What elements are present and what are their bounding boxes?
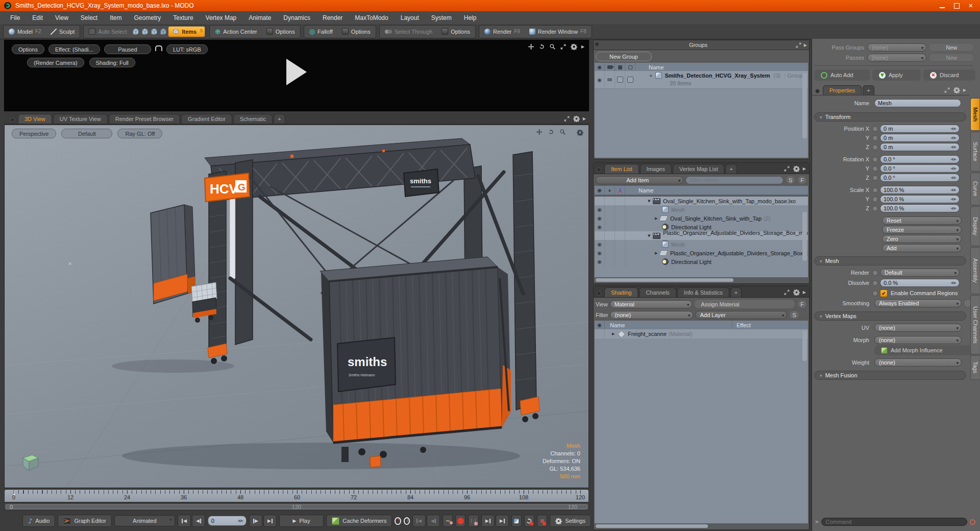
tab-add-button[interactable]: + <box>863 85 874 95</box>
preview-options-button[interactable]: Options <box>12 44 44 54</box>
menu-maxtomodo[interactable]: MaxToModo <box>349 14 394 21</box>
morph-dropdown[interactable]: (none) <box>874 336 962 344</box>
preview-camera-button[interactable]: (Render Camera) <box>27 58 84 67</box>
side-tab-display[interactable]: Display <box>970 206 979 246</box>
select-edges-icon[interactable] <box>141 28 149 36</box>
list-item[interactable]: ◉Directional Light <box>595 257 808 266</box>
channel-dot-icon[interactable] <box>872 270 878 276</box>
step-key-forward-button[interactable]: ▶ <box>481 515 495 527</box>
audio-button[interactable]: ♪Audio <box>22 515 55 527</box>
gear-icon[interactable] <box>571 43 577 50</box>
new-group-button[interactable]: New Group <box>596 52 652 61</box>
gear-icon[interactable] <box>793 289 800 296</box>
preview-shading-button[interactable]: Shading: Full <box>89 58 135 67</box>
menu-geometry[interactable]: Geometry <box>128 14 167 21</box>
add-item-dropdown[interactable]: Add Item <box>596 176 683 184</box>
settings-button[interactable]: Settings <box>550 515 591 527</box>
expand-icon[interactable] <box>944 87 950 93</box>
expand-icon[interactable] <box>783 165 790 172</box>
falloff-options-button[interactable]: Options <box>338 27 375 37</box>
passes-new-button[interactable]: New <box>928 53 974 62</box>
side-tab-tags[interactable]: Tags <box>970 355 979 380</box>
timeline-range-bar[interactable]: 0 120 120 <box>4 503 589 511</box>
minimize-button[interactable] <box>940 7 945 8</box>
preview-lut-button[interactable]: LUT: sRGB <box>166 44 208 54</box>
eye-icon[interactable]: ◉ <box>597 77 602 83</box>
next-frame-button[interactable]: ▶ <box>249 515 262 527</box>
select-through-options-button[interactable]: Options <box>437 27 474 37</box>
tab-info-statistics[interactable]: Info & Statistics <box>677 287 729 297</box>
tab-add-button[interactable]: + <box>725 164 737 174</box>
uv-dropdown[interactable]: (none) <box>874 324 962 332</box>
items-mode-button[interactable]: Items5 <box>168 27 205 37</box>
tab-add-button[interactable]: + <box>730 287 742 297</box>
tab-vertex-map-list[interactable]: Vertex Map List <box>673 164 725 174</box>
panel-dot-icon[interactable] <box>595 42 599 46</box>
action-center-button[interactable]: ⊕Action Center <box>211 27 261 37</box>
channel-dot-icon[interactable] <box>872 206 878 211</box>
channel-dot-icon[interactable] <box>872 175 878 181</box>
current-frame-field[interactable]: 0◀▶ <box>208 516 247 526</box>
chevron-right-icon[interactable]: ▶ <box>804 43 807 47</box>
play-button[interactable]: ▶Play <box>279 515 324 527</box>
panel-dot-icon[interactable] <box>815 89 820 93</box>
tab-uv-texture-view[interactable]: UV Texture View <box>53 114 108 124</box>
expand-icon[interactable] <box>564 115 570 122</box>
play-overlay-icon[interactable] <box>286 59 307 85</box>
channel-dot-icon[interactable] <box>872 126 878 132</box>
list-item[interactable]: ◉Mesh <box>595 205 808 214</box>
item-list-vscrollbar[interactable] <box>802 212 807 261</box>
gear-icon[interactable] <box>953 87 960 93</box>
tab-3d-view[interactable]: 3D View <box>18 114 52 124</box>
select-through-button[interactable]: Select Through <box>381 27 436 37</box>
go-to-end-button[interactable]: ▶ <box>263 515 277 527</box>
shading-vscrollbar[interactable] <box>802 330 807 361</box>
keyframe-pair-button[interactable] <box>537 515 547 527</box>
cache-deformers-button[interactable]: Cache Deformers <box>326 515 392 527</box>
loop-button[interactable] <box>524 515 534 527</box>
previous-key-button[interactable]: ◀ <box>412 515 426 527</box>
list-item[interactable]: ▼Oval_Single_Kitchen_Sink_with_Tap_modo_… <box>595 197 808 205</box>
render-dropdown[interactable]: Default <box>880 269 960 277</box>
side-tab-user-channels[interactable]: User Channels <box>970 295 979 354</box>
model-mode-button[interactable]: ModelF2 <box>5 27 45 37</box>
camera-icon[interactable] <box>607 78 612 81</box>
expand-icon[interactable] <box>783 289 790 296</box>
mesh-fusion-section-header[interactable]: Mesh Fusion <box>814 371 966 380</box>
list-item[interactable]: ◉▶Oval_Single_Kitchen_Sink_with_Tap(2) <box>595 214 808 223</box>
menu-layout[interactable]: Layout <box>395 14 425 21</box>
eye-icon[interactable]: ◉ <box>597 250 602 256</box>
lock-icon[interactable] <box>155 45 162 51</box>
list-item[interactable]: ◉▶Plastic_Organizer_Adjustable_Dividers_… <box>595 249 808 257</box>
tree-expand-icon[interactable]: + <box>649 73 652 79</box>
assign-material-button[interactable]: Assign Material <box>694 299 795 309</box>
3d-viewport[interactable]: Perspective Default Ray GL: Off ✕ ✕ <box>4 125 589 488</box>
menu-system[interactable]: System <box>425 14 458 21</box>
vertex-maps-section-header[interactable]: Vertex Maps <box>814 311 966 321</box>
panel-dot-icon[interactable] <box>597 291 601 296</box>
playback-mode-dropdown[interactable]: Animated <box>114 515 175 526</box>
channel-dot-icon[interactable] <box>872 280 878 286</box>
smoothing-dropdown[interactable]: Always Enabled <box>874 299 962 307</box>
position-y-field[interactable]: 0 m◀▶ <box>880 134 960 142</box>
previous-frame-button[interactable]: ◀ <box>192 515 205 527</box>
scale-y-field[interactable]: 100.0 %◀▶ <box>880 195 960 203</box>
eye-icon[interactable]: ◉ <box>597 207 602 212</box>
expand-icon[interactable] <box>560 43 567 50</box>
key-mode-down-button[interactable] <box>404 517 410 525</box>
side-tab-surface[interactable]: Surface <box>970 132 979 172</box>
enable-command-regions-checkbox[interactable]: ✔ <box>880 289 888 297</box>
material-row[interactable]: ▶Freight_scanne(Material) <box>595 329 808 339</box>
tab-properties[interactable]: Properties <box>823 85 862 95</box>
menu-dynamics[interactable]: Dynamics <box>277 14 316 21</box>
scale-z-field[interactable]: 100.0 %◀▶ <box>880 204 960 212</box>
bracket-keys-button[interactable]: [·] <box>468 515 478 527</box>
menu-help[interactable]: Help <box>458 14 483 21</box>
render-button[interactable]: RenderF9 <box>480 27 524 37</box>
tab-schematic[interactable]: Schematic <box>233 114 273 124</box>
passes-dropdown[interactable]: (none) <box>867 54 926 62</box>
auto-add-button[interactable]: Auto Add <box>814 69 870 81</box>
apply-button[interactable]: ▼Apply <box>872 69 921 81</box>
group-row[interactable]: ◉ +Smiths_Detection_HCVG_Xray_System (3)… <box>595 71 808 89</box>
record-button[interactable] <box>455 515 465 527</box>
